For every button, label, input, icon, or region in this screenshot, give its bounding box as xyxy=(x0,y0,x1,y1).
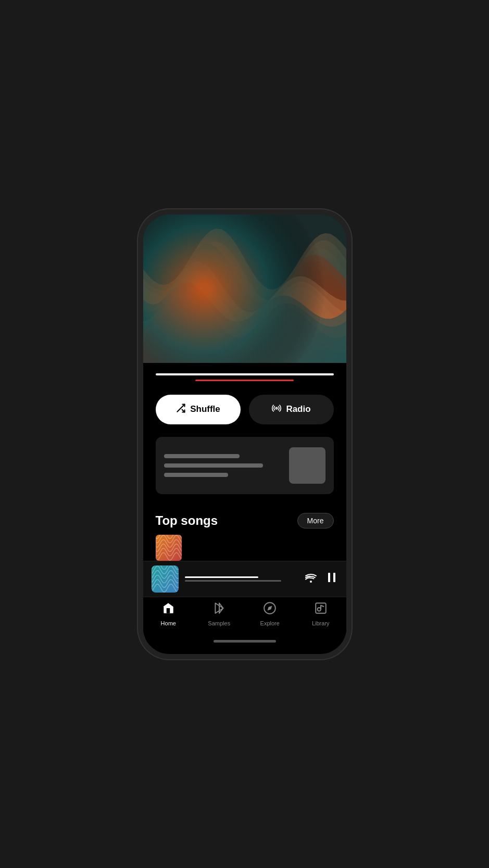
now-playing-progress-track xyxy=(185,580,281,582)
progress-track[interactable] xyxy=(156,373,334,375)
radio-label: Radio xyxy=(286,404,310,414)
song-thumb-canvas-1 xyxy=(156,535,182,561)
song-strip xyxy=(143,535,346,561)
radio-button[interactable]: Radio xyxy=(249,395,334,424)
svg-rect-4 xyxy=(328,573,330,582)
home-indicator xyxy=(214,640,276,643)
nav-item-samples[interactable]: Samples xyxy=(194,601,245,626)
now-playing-thumbnail[interactable] xyxy=(152,565,179,593)
svg-rect-5 xyxy=(333,573,335,582)
nav-item-explore[interactable]: Explore xyxy=(245,601,296,626)
library-icon xyxy=(314,601,328,618)
action-buttons: Shuffle Radio xyxy=(143,386,346,435)
samples-icon xyxy=(212,601,226,618)
nav-label-samples: Samples xyxy=(208,620,230,626)
now-playing-art xyxy=(152,565,179,593)
nav-label-explore: Explore xyxy=(260,620,280,626)
bottom-nav: Home Samples xyxy=(143,597,346,637)
svg-marker-9 xyxy=(268,606,272,610)
phone-frame: Shuffle Radio xyxy=(143,215,346,654)
now-playing-info xyxy=(185,576,298,582)
shuffle-icon xyxy=(175,403,186,416)
top-songs-section: Top songs More xyxy=(143,505,346,561)
home-icon xyxy=(161,601,175,618)
album-art-header xyxy=(143,215,346,363)
main-content: Shuffle Radio xyxy=(143,363,346,643)
svg-marker-7 xyxy=(219,603,223,613)
now-playing-controls xyxy=(305,571,338,587)
loading-lines xyxy=(164,454,281,477)
top-songs-header: Top songs More xyxy=(143,509,346,535)
more-button[interactable]: More xyxy=(297,513,334,529)
now-playing-progress xyxy=(185,576,259,578)
top-songs-title: Top songs xyxy=(156,513,218,528)
radio-icon xyxy=(271,403,282,416)
pause-icon[interactable] xyxy=(325,571,338,587)
svg-point-3 xyxy=(310,581,312,583)
nav-label-library: Library xyxy=(312,620,330,626)
loading-line-3 xyxy=(164,473,228,477)
shuffle-button[interactable]: Shuffle xyxy=(156,395,241,424)
svg-point-2 xyxy=(276,407,278,409)
nav-item-home[interactable]: Home xyxy=(143,601,194,626)
progress-section xyxy=(143,363,346,386)
cast-icon[interactable] xyxy=(305,571,317,587)
loading-card xyxy=(156,437,334,494)
now-playing-content xyxy=(143,561,346,597)
nav-item-library[interactable]: Library xyxy=(295,601,346,626)
explore-icon xyxy=(263,601,277,618)
phone-inner: Shuffle Radio xyxy=(143,215,346,654)
shuffle-label: Shuffle xyxy=(190,404,220,414)
nav-label-home: Home xyxy=(161,620,176,626)
progress-bar-red xyxy=(195,380,293,381)
now-playing-bar xyxy=(143,561,346,597)
loading-line-1 xyxy=(164,454,240,458)
loading-line-2 xyxy=(164,463,263,468)
album-art-canvas xyxy=(143,215,346,363)
song-thumb-1[interactable] xyxy=(156,535,182,561)
loading-thumbnail xyxy=(289,447,325,484)
